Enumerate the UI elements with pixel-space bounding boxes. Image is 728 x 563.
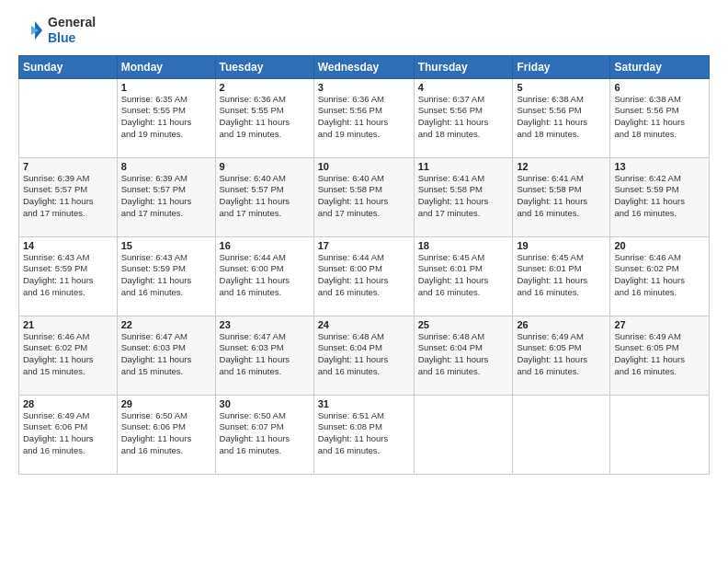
day-info: Sunrise: 6:49 AMSunset: 6:06 PMDaylight:… <box>23 410 113 457</box>
day-info: Sunrise: 6:47 AMSunset: 6:03 PMDaylight:… <box>220 331 310 378</box>
calendar-cell: 31Sunrise: 6:51 AMSunset: 6:08 PMDayligh… <box>313 395 414 474</box>
calendar-cell: 26Sunrise: 6:49 AMSunset: 6:05 PMDayligh… <box>513 316 610 395</box>
col-header-wednesday: Wednesday <box>313 55 414 78</box>
day-number: 31 <box>318 398 410 409</box>
calendar-cell: 14Sunrise: 6:43 AMSunset: 5:59 PMDayligh… <box>19 236 118 316</box>
day-info: Sunrise: 6:40 AMSunset: 5:57 PMDaylight:… <box>220 173 310 220</box>
header-row: SundayMondayTuesdayWednesdayThursdayFrid… <box>19 55 710 78</box>
day-number: 30 <box>220 398 310 409</box>
calendar-cell: 30Sunrise: 6:50 AMSunset: 6:07 PMDayligh… <box>215 395 313 474</box>
calendar-header: SundayMondayTuesdayWednesdayThursdayFrid… <box>19 55 710 78</box>
day-number: 22 <box>121 319 211 330</box>
calendar-cell: 17Sunrise: 6:44 AMSunset: 6:00 PMDayligh… <box>313 236 414 316</box>
col-header-sunday: Sunday <box>19 55 118 78</box>
day-info: Sunrise: 6:36 AMSunset: 5:55 PMDaylight:… <box>220 94 310 141</box>
day-number: 29 <box>121 398 211 409</box>
calendar-cell: 8Sunrise: 6:39 AMSunset: 5:57 PMDaylight… <box>117 157 215 236</box>
calendar-cell <box>610 395 710 474</box>
calendar-cell: 2Sunrise: 6:36 AMSunset: 5:55 PMDaylight… <box>215 78 313 157</box>
day-info: Sunrise: 6:50 AMSunset: 6:06 PMDaylight:… <box>121 410 211 457</box>
day-info: Sunrise: 6:39 AMSunset: 5:57 PMDaylight:… <box>23 173 113 220</box>
calendar-cell: 21Sunrise: 6:46 AMSunset: 6:02 PMDayligh… <box>19 316 118 395</box>
day-info: Sunrise: 6:38 AMSunset: 5:56 PMDaylight:… <box>614 94 705 141</box>
day-number: 8 <box>121 161 211 172</box>
day-info: Sunrise: 6:40 AMSunset: 5:58 PMDaylight:… <box>318 173 410 220</box>
calendar-cell: 10Sunrise: 6:40 AMSunset: 5:58 PMDayligh… <box>313 157 414 236</box>
week-row-5: 28Sunrise: 6:49 AMSunset: 6:06 PMDayligh… <box>19 395 710 474</box>
day-info: Sunrise: 6:43 AMSunset: 5:59 PMDaylight:… <box>23 252 113 299</box>
day-info: Sunrise: 6:46 AMSunset: 6:02 PMDaylight:… <box>614 252 705 299</box>
day-info: Sunrise: 6:44 AMSunset: 6:00 PMDaylight:… <box>318 252 410 299</box>
calendar-cell: 4Sunrise: 6:37 AMSunset: 5:56 PMDaylight… <box>414 78 513 157</box>
col-header-tuesday: Tuesday <box>215 55 313 78</box>
day-info: Sunrise: 6:39 AMSunset: 5:57 PMDaylight:… <box>121 173 211 220</box>
calendar-cell: 13Sunrise: 6:42 AMSunset: 5:59 PMDayligh… <box>610 157 710 236</box>
day-number: 10 <box>318 161 410 172</box>
calendar-cell: 18Sunrise: 6:45 AMSunset: 6:01 PMDayligh… <box>414 236 513 316</box>
calendar-body: 1Sunrise: 6:35 AMSunset: 5:55 PMDaylight… <box>19 78 710 474</box>
logo-general: General <box>48 15 96 30</box>
calendar-cell: 20Sunrise: 6:46 AMSunset: 6:02 PMDayligh… <box>610 236 710 316</box>
calendar-cell: 12Sunrise: 6:41 AMSunset: 5:58 PMDayligh… <box>513 157 610 236</box>
day-info: Sunrise: 6:45 AMSunset: 6:01 PMDaylight:… <box>517 252 606 299</box>
day-number: 14 <box>23 240 113 251</box>
day-number: 18 <box>418 240 509 251</box>
logo-blue: Blue <box>48 30 96 46</box>
calendar-cell: 28Sunrise: 6:49 AMSunset: 6:06 PMDayligh… <box>19 395 118 474</box>
calendar-cell: 24Sunrise: 6:48 AMSunset: 6:04 PMDayligh… <box>313 316 414 395</box>
calendar-cell: 19Sunrise: 6:45 AMSunset: 6:01 PMDayligh… <box>513 236 610 316</box>
calendar-cell: 6Sunrise: 6:38 AMSunset: 5:56 PMDaylight… <box>610 78 710 157</box>
day-info: Sunrise: 6:48 AMSunset: 6:04 PMDaylight:… <box>418 331 509 378</box>
calendar-table: SundayMondayTuesdayWednesdayThursdayFrid… <box>18 55 710 475</box>
calendar-cell: 25Sunrise: 6:48 AMSunset: 6:04 PMDayligh… <box>414 316 513 395</box>
day-number: 20 <box>614 240 705 251</box>
day-number: 25 <box>418 319 509 330</box>
day-number: 19 <box>517 240 606 251</box>
calendar-cell: 15Sunrise: 6:43 AMSunset: 5:59 PMDayligh… <box>117 236 215 316</box>
day-number: 4 <box>418 82 509 93</box>
day-number: 3 <box>318 82 410 93</box>
day-info: Sunrise: 6:44 AMSunset: 6:00 PMDaylight:… <box>220 252 310 299</box>
day-number: 23 <box>220 319 310 330</box>
day-number: 27 <box>614 319 705 330</box>
day-number: 26 <box>517 319 606 330</box>
day-info: Sunrise: 6:37 AMSunset: 5:56 PMDaylight:… <box>418 94 509 141</box>
day-info: Sunrise: 6:38 AMSunset: 5:56 PMDaylight:… <box>517 94 606 141</box>
day-info: Sunrise: 6:49 AMSunset: 6:05 PMDaylight:… <box>614 331 705 378</box>
day-number: 11 <box>418 161 509 172</box>
day-info: Sunrise: 6:36 AMSunset: 5:56 PMDaylight:… <box>318 94 410 141</box>
calendar-cell: 3Sunrise: 6:36 AMSunset: 5:56 PMDaylight… <box>313 78 414 157</box>
day-info: Sunrise: 6:49 AMSunset: 6:05 PMDaylight:… <box>517 331 606 378</box>
page: General Blue SundayMondayTuesdayWednesda… <box>0 0 728 563</box>
calendar-cell: 5Sunrise: 6:38 AMSunset: 5:56 PMDaylight… <box>513 78 610 157</box>
day-info: Sunrise: 6:48 AMSunset: 6:04 PMDaylight:… <box>318 331 410 378</box>
calendar-cell: 16Sunrise: 6:44 AMSunset: 6:00 PMDayligh… <box>215 236 313 316</box>
day-number: 7 <box>23 161 113 172</box>
day-number: 28 <box>23 398 113 409</box>
day-number: 17 <box>318 240 410 251</box>
calendar-cell: 22Sunrise: 6:47 AMSunset: 6:03 PMDayligh… <box>117 316 215 395</box>
calendar-cell <box>414 395 513 474</box>
day-info: Sunrise: 6:41 AMSunset: 5:58 PMDaylight:… <box>517 173 606 220</box>
logo-svg <box>18 17 44 43</box>
day-number: 12 <box>517 161 606 172</box>
calendar-cell <box>19 78 118 157</box>
day-info: Sunrise: 6:50 AMSunset: 6:07 PMDaylight:… <box>220 410 310 457</box>
day-number: 24 <box>318 319 410 330</box>
calendar-cell: 9Sunrise: 6:40 AMSunset: 5:57 PMDaylight… <box>215 157 313 236</box>
day-number: 1 <box>121 82 211 93</box>
day-info: Sunrise: 6:42 AMSunset: 5:59 PMDaylight:… <box>614 173 705 220</box>
day-number: 13 <box>614 161 705 172</box>
day-number: 16 <box>220 240 310 251</box>
day-info: Sunrise: 6:45 AMSunset: 6:01 PMDaylight:… <box>418 252 509 299</box>
day-number: 5 <box>517 82 606 93</box>
calendar-cell: 27Sunrise: 6:49 AMSunset: 6:05 PMDayligh… <box>610 316 710 395</box>
calendar-cell <box>513 395 610 474</box>
day-number: 9 <box>220 161 310 172</box>
week-row-3: 14Sunrise: 6:43 AMSunset: 5:59 PMDayligh… <box>19 236 710 316</box>
day-info: Sunrise: 6:35 AMSunset: 5:55 PMDaylight:… <box>121 94 211 141</box>
day-info: Sunrise: 6:46 AMSunset: 6:02 PMDaylight:… <box>23 331 113 378</box>
col-header-thursday: Thursday <box>414 55 513 78</box>
week-row-2: 7Sunrise: 6:39 AMSunset: 5:57 PMDaylight… <box>19 157 710 236</box>
day-number: 2 <box>220 82 310 93</box>
